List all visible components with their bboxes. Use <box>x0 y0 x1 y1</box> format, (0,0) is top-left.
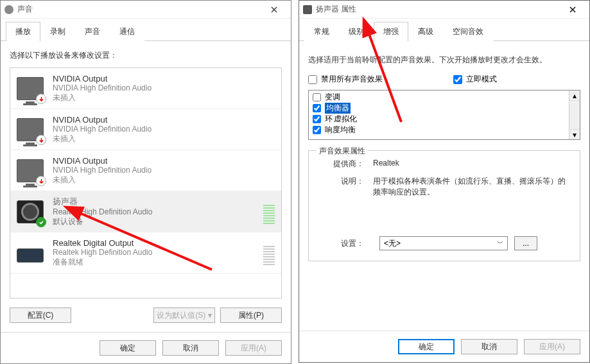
apply-button: 应用(A) <box>225 340 282 356</box>
immediate-label: 立即模式 <box>466 74 497 85</box>
effect-prefix: 环 <box>325 114 333 125</box>
immediate-input[interactable] <box>453 75 462 84</box>
tab-general[interactable]: 常规 <box>304 22 339 41</box>
device-item[interactable]: Realtek Digital Output Realtek High Defi… <box>10 232 281 273</box>
settings-select[interactable]: <无> ﹀ <box>379 236 508 250</box>
device-item-selected[interactable]: 扬声器 Realtek High Definition Audio 默认设备 <box>10 191 281 232</box>
disable-all-input[interactable] <box>308 75 317 84</box>
effect-item-selected[interactable]: 均衡器 <box>313 103 568 114</box>
device-sub: NVIDIA High Definition Audio <box>53 83 275 92</box>
effect-item[interactable]: 变调 <box>313 92 568 103</box>
device-sub: Realtek High Definition Audio <box>53 207 263 216</box>
level-meter <box>263 200 275 224</box>
speaker-title-icon <box>303 5 312 14</box>
device-title: 扬声器 <box>53 196 263 207</box>
effect-label: 响度均衡 <box>325 125 356 135</box>
apply-button: 应用(A) <box>524 339 580 354</box>
unplugged-icon <box>36 94 46 104</box>
device-title: Realtek Digital Output <box>53 238 263 248</box>
tab-advanced[interactable]: 高级 <box>408 22 443 41</box>
device-item[interactable]: NVIDIA Output NVIDIA High Definition Aud… <box>10 68 281 109</box>
fieldset-legend: 声音效果属性 <box>317 146 368 157</box>
effects-list[interactable]: 变调 均衡器 环 虚拟化 响度均衡 ▴ ▾ <box>308 90 580 140</box>
device-title: NVIDIA Output <box>53 74 275 83</box>
unplugged-icon <box>36 135 46 145</box>
sound-dialog: 声音 播放 录制 声音 通信 选择以下播放设备来修改设置： NVIDIA Out… <box>0 0 291 364</box>
sound-icon <box>4 5 13 14</box>
title-right: 扬声器 属性 <box>316 4 560 15</box>
effect-properties-fieldset: 声音效果属性 提供商： Realtek 说明： 用于模拟各种表演条件（如流行乐、… <box>308 150 580 261</box>
instruction-text: 选择以下播放设备来修改设置： <box>10 50 282 61</box>
tabs-right: 常规 级别 增强 高级 空间音效 <box>299 21 589 41</box>
chevron-down-icon: ﹀ <box>497 239 503 248</box>
titlebar-left[interactable]: 声音 <box>1 1 291 19</box>
effect-checkbox[interactable] <box>313 93 321 101</box>
tab-spatial[interactable]: 空间音效 <box>443 22 493 41</box>
unplugged-icon <box>36 176 46 186</box>
settings-value: <无> <box>384 238 401 249</box>
device-status: 默认设备 <box>53 216 263 227</box>
device-title: NVIDIA Output <box>53 115 275 125</box>
device-sub: NVIDIA High Definition Audio <box>53 125 275 134</box>
provider-value: Realtek <box>373 159 571 169</box>
effect-item[interactable]: 响度均衡 <box>313 125 568 135</box>
ok-button[interactable]: 确定 <box>398 339 455 354</box>
close-icon <box>271 6 277 13</box>
device-status: 未插入 <box>53 92 275 103</box>
tab-comm[interactable]: 通信 <box>110 22 144 41</box>
footer-right: 确定 取消 应用(A) <box>299 331 589 362</box>
close-button-left[interactable] <box>261 1 287 18</box>
disable-all-checkbox[interactable]: 禁用所有声音效果 <box>308 74 383 85</box>
desc-label: 说明： <box>318 176 364 198</box>
speaker-properties-dialog: 扬声器 属性 常规 级别 增强 高级 空间音效 选择适用于当前聆听配置的声音效果… <box>299 0 590 363</box>
level-meter <box>263 241 275 265</box>
settings-more-button[interactable]: ... <box>514 236 537 250</box>
configure-button[interactable]: 配置(C) <box>10 308 71 323</box>
provider-label: 提供商： <box>318 159 364 169</box>
cancel-button[interactable]: 取消 <box>162 340 219 356</box>
tab-record[interactable]: 录制 <box>40 22 75 41</box>
device-sub: Realtek High Definition Audio <box>53 248 263 257</box>
footer-left: 确定 取消 应用(A) <box>1 332 291 363</box>
desc-value: 用于模拟各种表演条件（如流行乐、直播、摇滚乐等）的频率响应的设置。 <box>373 176 571 198</box>
device-sub: NVIDIA High Definition Audio <box>53 166 275 175</box>
effect-label: 虚拟化 <box>334 114 357 125</box>
device-list[interactable]: NVIDIA Output NVIDIA High Definition Aud… <box>10 67 282 299</box>
disable-all-label: 禁用所有声音效果 <box>321 74 383 85</box>
effect-item[interactable]: 环 虚拟化 <box>313 114 568 125</box>
digital-icon <box>17 248 44 263</box>
tab-enhance[interactable]: 增强 <box>374 22 408 41</box>
scroll-down-icon[interactable]: ▾ <box>569 129 580 139</box>
effect-label: 变调 <box>325 92 340 103</box>
titlebar-right[interactable]: 扬声器 属性 <box>299 1 589 19</box>
title-left: 声音 <box>17 4 261 15</box>
default-check-icon <box>36 217 46 227</box>
device-item[interactable]: NVIDIA Output NVIDIA High Definition Aud… <box>10 109 281 150</box>
cancel-button[interactable]: 取消 <box>461 339 517 354</box>
ok-button[interactable]: 确定 <box>100 340 156 356</box>
settings-label: 设置： <box>318 238 364 249</box>
effects-scrollbar[interactable]: ▴ ▾ <box>569 91 580 139</box>
close-button-right[interactable] <box>560 1 586 18</box>
scroll-up-icon[interactable]: ▴ <box>569 91 580 101</box>
tab-sound[interactable]: 声音 <box>75 22 110 41</box>
device-status: 未插入 <box>53 134 275 144</box>
device-status: 准备就绪 <box>53 257 263 268</box>
content-left: 选择以下播放设备来修改设置： NVIDIA Output NVIDIA High… <box>1 41 291 332</box>
tab-levels[interactable]: 级别 <box>339 22 374 41</box>
effect-checkbox[interactable] <box>313 115 321 123</box>
properties-button[interactable]: 属性(P) <box>220 308 282 323</box>
effect-label: 均衡器 <box>325 103 351 114</box>
immediate-checkbox[interactable]: 立即模式 <box>453 74 497 85</box>
tab-playback[interactable]: 播放 <box>6 22 40 41</box>
effect-checkbox[interactable] <box>313 104 321 112</box>
effect-checkbox[interactable] <box>313 126 321 134</box>
content-right: 选择适用于当前聆听配置的声音效果。下次开始播放时更改才会生效。 禁用所有声音效果… <box>299 41 589 331</box>
device-status: 未插入 <box>53 175 275 186</box>
tabs-left: 播放 录制 声音 通信 <box>1 21 291 41</box>
close-icon <box>569 6 576 13</box>
set-default-button: 设为默认值(S) ▾ <box>153 308 215 323</box>
lower-buttons: 配置(C) 设为默认值(S) ▾ 属性(P) <box>10 308 282 323</box>
device-item[interactable]: NVIDIA Output NVIDIA High Definition Aud… <box>10 150 281 191</box>
enhance-description: 选择适用于当前聆听配置的声音效果。下次开始播放时更改才会生效。 <box>308 54 580 66</box>
